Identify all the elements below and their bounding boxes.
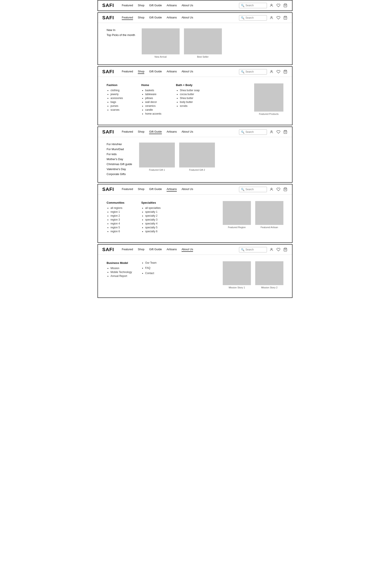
nav-about-us[interactable]: About Us: [182, 187, 193, 192]
list-item[interactable]: specialty 6: [145, 230, 167, 233]
list-item[interactable]: specialty 2: [145, 214, 167, 217]
nav-gift-guide[interactable]: Gift Guide: [149, 248, 162, 252]
nav-shop[interactable]: Shop: [138, 187, 144, 192]
nav-featured[interactable]: Featured: [122, 70, 133, 74]
nav-gift-guide[interactable]: Gift Guide: [149, 130, 162, 134]
list-item[interactable]: Mission: [110, 267, 133, 270]
nav-gift-guide[interactable]: Gift Guide: [149, 16, 162, 20]
gift-link-4[interactable]: Christmas Gift guide: [107, 162, 133, 166]
list-item[interactable]: Shea butter soap: [180, 89, 202, 92]
list-item[interactable]: home accents: [145, 112, 167, 115]
nav-featured[interactable]: Featured: [122, 187, 133, 192]
wishlist-icon[interactable]: [276, 15, 281, 20]
our-team-link[interactable]: Our Team: [145, 261, 167, 264]
list-item[interactable]: specialty 4: [145, 222, 167, 225]
search-input[interactable]: [245, 248, 265, 251]
nav-artisans[interactable]: Artisans: [167, 248, 177, 252]
nav-artisans[interactable]: Artisans: [167, 70, 177, 74]
nav-about-us[interactable]: About Us: [182, 130, 193, 134]
list-item[interactable]: pillows: [145, 97, 167, 100]
search-input[interactable]: [245, 4, 265, 7]
search-input[interactable]: [245, 188, 265, 191]
list-item[interactable]: scarves: [110, 108, 133, 111]
cart-icon[interactable]: [283, 69, 288, 74]
search-input[interactable]: [245, 70, 265, 73]
list-item[interactable]: region 5: [110, 226, 133, 229]
nav-featured[interactable]: Featured: [122, 248, 133, 252]
list-item[interactable]: body butter: [180, 100, 202, 103]
gift-link-1[interactable]: For Mum/Dad: [107, 147, 133, 151]
gift-link-3[interactable]: Mother's Day: [107, 157, 133, 161]
new-in-label[interactable]: New In: [107, 28, 135, 32]
nav-shop[interactable]: Shop: [138, 16, 144, 20]
list-item[interactable]: all regions: [110, 206, 133, 209]
list-item[interactable]: clothing: [110, 89, 133, 92]
list-item[interactable]: Annual Report: [110, 275, 133, 278]
nav-about-us[interactable]: About Us: [182, 70, 193, 74]
list-item[interactable]: region 1: [110, 210, 133, 213]
list-item[interactable]: tableware: [145, 93, 167, 96]
list-item[interactable]: bags: [110, 100, 133, 103]
nav-artisans[interactable]: Artisans: [167, 16, 177, 20]
wishlist-icon[interactable]: [276, 69, 281, 74]
list-item[interactable]: all specialties: [145, 206, 167, 209]
user-icon[interactable]: [269, 69, 274, 74]
cart-icon[interactable]: [283, 247, 288, 252]
user-icon[interactable]: [269, 15, 274, 20]
list-item[interactable]: cocoa butter: [180, 93, 202, 96]
nav-about-us[interactable]: About Us: [182, 4, 193, 7]
gift-link-6[interactable]: Corporate Gifts: [107, 172, 133, 176]
gift-link-2[interactable]: For kids: [107, 152, 133, 156]
nav-gift-guide[interactable]: Gift Guide: [149, 70, 162, 74]
list-item[interactable]: wall decor: [145, 100, 167, 103]
search-input[interactable]: [245, 130, 265, 134]
list-item[interactable]: scrubs: [180, 104, 202, 107]
search-box[interactable]: 🔍: [239, 15, 267, 21]
list-item[interactable]: Mobile Technology: [110, 271, 133, 274]
cart-icon[interactable]: [283, 3, 288, 8]
wishlist-icon[interactable]: [276, 130, 281, 134]
search-box[interactable]: 🔍: [239, 69, 267, 75]
nav-shop[interactable]: Shop: [138, 248, 144, 252]
nav-featured[interactable]: Featured: [122, 4, 133, 7]
nav-gift-guide[interactable]: Gift Guide: [149, 187, 162, 192]
nav-artisans[interactable]: Artisans: [167, 4, 177, 7]
wishlist-icon[interactable]: [276, 187, 281, 192]
nav-about-us[interactable]: About Us: [182, 248, 193, 252]
list-item[interactable]: baskets: [145, 89, 167, 92]
list-item[interactable]: specialty 3: [145, 218, 167, 221]
list-item[interactable]: specialty 1: [145, 210, 167, 213]
search-box[interactable]: 🔍: [239, 3, 267, 8]
gift-link-5[interactable]: Valentine's Day: [107, 167, 133, 171]
gift-link-0[interactable]: For Him/Her: [107, 143, 133, 146]
cart-icon[interactable]: [283, 187, 288, 192]
contact-link[interactable]: Contact: [145, 272, 167, 275]
search-box[interactable]: 🔍: [239, 129, 267, 135]
nav-artisans[interactable]: Artisans: [167, 130, 177, 134]
list-item[interactable]: ceramics: [145, 104, 167, 107]
wishlist-icon[interactable]: [276, 247, 281, 252]
nav-shop[interactable]: Shop: [138, 70, 144, 74]
nav-about-us[interactable]: About Us: [182, 16, 193, 20]
user-icon[interactable]: [269, 187, 274, 192]
nav-gift-guide[interactable]: Gift Guide: [149, 4, 162, 7]
list-item[interactable]: jewerly: [110, 93, 133, 96]
wishlist-icon[interactable]: [276, 3, 281, 8]
list-item[interactable]: specialty 5: [145, 226, 167, 229]
list-item[interactable]: region 3: [110, 218, 133, 221]
nav-artisans[interactable]: Artisans: [167, 187, 177, 192]
faq-link[interactable]: FAQ: [145, 266, 167, 270]
list-item[interactable]: region 2: [110, 214, 133, 217]
list-item[interactable]: region 6: [110, 230, 133, 233]
nav-featured[interactable]: Featured: [122, 16, 133, 20]
user-icon[interactable]: [269, 247, 274, 252]
user-icon[interactable]: [269, 130, 274, 134]
list-item[interactable]: purses: [110, 104, 133, 107]
nav-featured[interactable]: Featured: [122, 130, 133, 134]
list-item[interactable]: Shea butter: [180, 97, 202, 100]
cart-icon[interactable]: [283, 15, 288, 20]
search-box[interactable]: 🔍: [239, 187, 267, 192]
search-input[interactable]: [245, 16, 265, 19]
list-item[interactable]: region 4: [110, 222, 133, 225]
user-icon[interactable]: [269, 3, 274, 8]
